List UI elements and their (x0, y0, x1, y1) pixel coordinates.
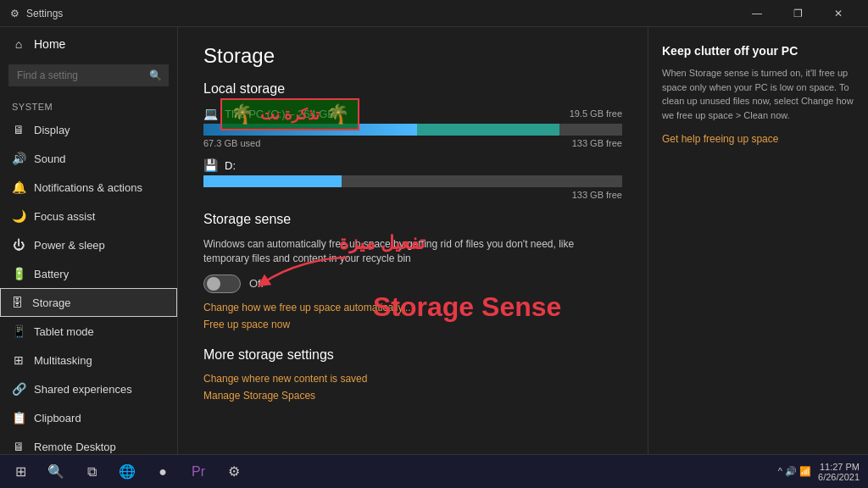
search-button[interactable]: 🔍 (39, 455, 73, 489)
sidebar-item-notifications-label: Notifications & actions (34, 181, 142, 194)
sidebar-item-tablet[interactable]: 📱 Tablet mode (0, 317, 177, 346)
drive-d-name: D: (225, 159, 236, 172)
sidebar-item-power-label: Power & sleep (34, 239, 105, 252)
task-view-button[interactable]: ⧉ (75, 455, 108, 489)
drive-d-icon: 💾 (203, 158, 218, 172)
clipboard-icon: 📋 (12, 411, 25, 424)
drive-d-header: 💾 D: (203, 158, 622, 172)
drive-c-free: 19.5 GB free (570, 108, 622, 119)
sidebar-item-focus[interactable]: 🌙 Focus assist (0, 202, 177, 230)
taskbar: ⊞ 🔍 ⧉ 🌐 ● Pr ⚙ ^ 🔊 📶 11:27 PM 6/26/2021 (0, 454, 868, 488)
sound-icon: 🔊 (12, 152, 25, 165)
sidebar-item-multitasking-label: Multitasking (34, 354, 92, 367)
remote-icon: 🖥 (12, 440, 25, 453)
system-section-label: System (0, 95, 177, 115)
drive-c-item: 💻 This PC (C:) – 264 GB 19.5 GB free 67.… (203, 107, 622, 148)
more-storage-section: More storage settings Change where new c… (203, 347, 622, 402)
sidebar-item-storage-label: Storage (32, 297, 71, 309)
sidebar-item-shared-label: Shared experiences (34, 383, 132, 396)
storage-sense-section: Storage sense Windows can automatically … (203, 212, 622, 330)
display-icon: 🖥 (12, 123, 25, 136)
toggle-row: Off (203, 274, 622, 293)
sidebar-item-tablet-label: Tablet mode (34, 325, 94, 338)
sidebar-item-power[interactable]: ⏻ Power & sleep (0, 230, 177, 259)
taskbar-left: ⊞ 🔍 ⧉ 🌐 ● Pr ⚙ (0, 455, 254, 489)
local-storage-title: Local storage (203, 81, 622, 97)
drive-c-free-label: 133 GB free (572, 138, 622, 148)
drive-c-header: 💻 This PC (C:) – 264 GB 19.5 GB free (203, 107, 622, 120)
arabic-annotation: تفعيل ميزة (339, 232, 425, 254)
sidebar-item-sound[interactable]: 🔊 Sound (0, 144, 177, 173)
storage-sense-title: Storage sense (203, 212, 622, 227)
sidebar-item-focus-label: Focus assist (34, 210, 95, 223)
title-bar-left: ⚙ Settings (10, 8, 63, 19)
storage-sense-toggle[interactable] (203, 274, 241, 293)
page-title: Storage (203, 44, 622, 68)
sidebar-item-battery[interactable]: 🔋 Battery (0, 259, 177, 288)
window-title: Settings (26, 8, 63, 19)
restore-button[interactable]: ❐ (778, 0, 817, 27)
drive-c-bar (203, 124, 559, 136)
clock-date: 6/26/2021 (818, 472, 860, 482)
toggle-label: Off (249, 277, 264, 290)
power-icon: ⏻ (12, 238, 25, 252)
home-icon: ⌂ (12, 37, 25, 51)
sidebar-item-clipboard-label: Clipboard (34, 412, 81, 424)
start-button[interactable]: ⊞ (3, 455, 37, 489)
drive-c-used-label: 67.3 GB used (203, 138, 260, 148)
system-tray-icons: ^ 🔊 📶 (778, 466, 811, 477)
more-storage-title: More storage settings (203, 347, 622, 363)
edge-icon[interactable]: 🌐 (110, 455, 144, 489)
sidebar-item-clipboard[interactable]: 📋 Clipboard (0, 403, 177, 432)
search-icon: 🔍 (149, 69, 162, 81)
storage-sense-annotation: Storage Sense (373, 291, 561, 323)
drive-c-name: This PC (C:) – 264 GB (225, 108, 335, 120)
right-panel: Keep clutter off your PC When Storage se… (648, 27, 868, 488)
sidebar-item-display[interactable]: 🖥 Display (0, 115, 177, 144)
taskbar-time-date: 11:27 PM 6/26/2021 (818, 462, 860, 482)
main-content: Storage Local storage 💻 This PC (C:) – 2… (178, 27, 648, 488)
right-panel-title: Keep clutter off your PC (662, 44, 854, 58)
storage-icon: 🗄 (10, 296, 24, 309)
right-panel-desc: When Storage sense is turned on, it'll f… (662, 66, 854, 122)
tablet-icon: 📱 (12, 324, 25, 338)
search-input[interactable] (8, 64, 169, 86)
premiere-icon[interactable]: Pr (181, 455, 215, 489)
drive-d-item: 💾 D: 133 GB free (203, 158, 622, 200)
drive-d-labels: 133 GB free (203, 190, 622, 200)
notifications-icon: 🔔 (12, 180, 25, 194)
battery-icon: 🔋 (12, 267, 25, 280)
sidebar-item-multitasking[interactable]: ⊞ Multitasking (0, 346, 177, 374)
sidebar-item-storage[interactable]: 🗄 Storage (0, 288, 177, 317)
drive-c-labels: 67.3 GB used 133 GB free (203, 138, 622, 148)
multitasking-icon: ⊞ (12, 353, 25, 367)
app-body: ⌂ Home 🔍 System 🖥 Display 🔊 Sound 🔔 Noti… (0, 27, 868, 488)
focus-icon: 🌙 (12, 209, 25, 223)
chrome-icon[interactable]: ● (146, 455, 180, 489)
sidebar-item-sound-label: Sound (34, 152, 66, 165)
change-content-saved-link[interactable]: Change where new content is saved (203, 373, 622, 385)
settings-gear-icon: ⚙ (10, 8, 19, 19)
sidebar-item-display-label: Display (34, 124, 70, 136)
toggle-annotation-area: تفعيل ميزة Storage Sense (203, 274, 622, 293)
get-help-link[interactable]: Get help freeing up space (662, 133, 778, 145)
title-bar: ⚙ Settings — ❐ ✕ (0, 0, 868, 27)
drive-d-bar-container (203, 175, 622, 187)
minimize-button[interactable]: — (737, 0, 776, 27)
home-label: Home (34, 37, 65, 51)
close-button[interactable]: ✕ (819, 0, 858, 27)
settings-taskbar-icon[interactable]: ⚙ (217, 455, 251, 489)
sidebar-item-notifications[interactable]: 🔔 Notifications & actions (0, 173, 177, 202)
sidebar-item-shared[interactable]: 🔗 Shared experiences (0, 374, 177, 403)
sidebar-item-remote-label: Remote Desktop (34, 441, 116, 453)
drive-d-free-label: 133 GB free (572, 190, 622, 200)
manage-storage-spaces-link[interactable]: Manage Storage Spaces (203, 390, 622, 402)
sidebar-item-battery-label: Battery (34, 268, 69, 280)
shared-icon: 🔗 (12, 382, 25, 396)
drive-d-bar (203, 175, 342, 187)
toggle-thumb (207, 277, 220, 291)
sidebar-item-home[interactable]: ⌂ Home (0, 27, 177, 61)
sidebar-search-container: 🔍 (8, 64, 169, 86)
drive-c-bar-container (203, 124, 622, 136)
sidebar: ⌂ Home 🔍 System 🖥 Display 🔊 Sound 🔔 Noti… (0, 27, 178, 488)
